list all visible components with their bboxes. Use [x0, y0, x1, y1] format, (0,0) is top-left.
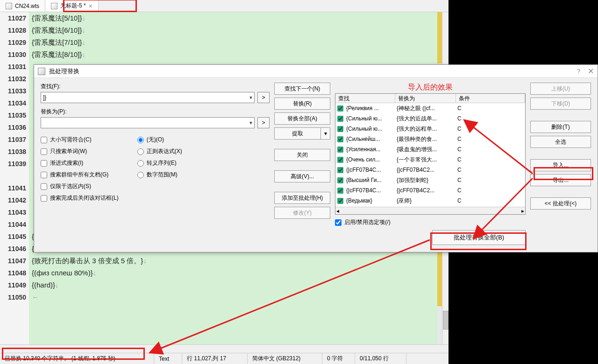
- gutter: 1102711028110291103011031110321103311034…: [0, 12, 29, 344]
- code-line[interactable]: {雷系魔法[8/10]}↓: [29, 49, 448, 61]
- code-line[interactable]: {雷系魔法[6/10]}↓: [29, 24, 448, 36]
- check-close-after[interactable]: 搜索完成后关闭该对话框(L): [41, 194, 119, 202]
- line-number: 11049: [0, 279, 29, 291]
- list-item[interactable]: {|cFF07B4C...{|cFF07B4C2...C: [335, 165, 525, 175]
- code-line[interactable]: {(физ сплеш 80%)}↓: [29, 267, 448, 279]
- add-to-batch-button[interactable]: 添加至批处理(H): [274, 192, 330, 204]
- list-item[interactable]: {Сильный ю...{强大的远程单...C: [335, 124, 525, 134]
- row-checkbox[interactable]: [337, 136, 343, 142]
- check-enable-selected[interactable]: 启用/禁用选定项(/): [335, 218, 391, 226]
- list-item[interactable]: {Сильный ю...{强大的近战单...C: [335, 113, 525, 124]
- row-checkbox[interactable]: [337, 177, 343, 183]
- tab-bar: CN24.wts 无标题-5 * ×: [0, 0, 448, 12]
- line-number: 11046: [0, 243, 29, 255]
- horizontal-scrollbar[interactable]: [0, 344, 448, 353]
- action-buttons: 查找下一个(N) 替换(R) 替换全部(A) 提取▾ 关闭 高级(V)... 添…: [274, 83, 330, 245]
- batch-replace-all-button[interactable]: 批处理替换全部(B): [432, 230, 526, 245]
- replace-all-button[interactable]: 替换全部(A): [274, 112, 330, 125]
- row-checkbox[interactable]: [337, 116, 343, 122]
- radio-regex[interactable]: 正则表达式(X): [137, 147, 182, 155]
- check-selection[interactable]: 仅限于选区内(S): [41, 182, 119, 190]
- line-number: 11028: [0, 24, 29, 36]
- batch-toggle-button[interactable]: << 批处理(<): [530, 197, 591, 210]
- list-item[interactable]: {Сильнейш...{最强种类的食...C: [335, 134, 525, 144]
- row-checkbox[interactable]: [337, 157, 343, 163]
- code-line[interactable]: {致死打击的暴击从 3 倍变成 5 倍。}↓: [29, 255, 448, 267]
- list-item[interactable]: {Усиленная...{吸血鬼的增强...C: [335, 144, 525, 154]
- check-whole-word[interactable]: 只搜索单词(W): [41, 147, 119, 155]
- row-checkbox[interactable]: [337, 105, 343, 112]
- tab-untitled[interactable]: 无标题-5 * ×: [45, 0, 99, 12]
- close-icon[interactable]: ✕: [588, 67, 594, 76]
- help-icon[interactable]: ?: [577, 68, 580, 75]
- code-line[interactable]: ←: [29, 291, 448, 303]
- code-line[interactable]: {雷系魔法[5/10]}↓: [29, 12, 448, 24]
- delete-button[interactable]: 删除(T): [530, 121, 591, 133]
- code-line[interactable]: {(hard)}↓: [29, 279, 448, 291]
- import-button[interactable]: 导入...: [530, 159, 591, 171]
- replace-input[interactable]: [41, 117, 255, 128]
- find-input[interactable]: ]}: [41, 92, 255, 103]
- radio-escape[interactable]: 转义序列(E): [137, 159, 182, 167]
- chevron-down-icon[interactable]: ▾: [321, 127, 330, 140]
- listview-hscroll[interactable]: ◂▸: [335, 207, 525, 214]
- tab-cn24[interactable]: CN24.wts: [0, 0, 45, 12]
- scrollbar-thumb[interactable]: [443, 311, 448, 329]
- list-item[interactable]: {Реликвия ...{神秘之眼 (|cf...C: [335, 103, 525, 113]
- extract-button[interactable]: 提取▾: [274, 127, 330, 140]
- list-item[interactable]: {|cFF07B4C...{|cFF07B4C2...C: [335, 185, 525, 196]
- col-replace[interactable]: 替换为: [395, 94, 456, 103]
- search-panel: 查找(F): ]} > 替换为(P): > 大小写需符合(C) 只搜索单词(W)…: [41, 83, 270, 245]
- annotation-import-effect: 导入后的效果: [335, 83, 526, 92]
- row-checkbox[interactable]: [337, 198, 343, 204]
- check-group[interactable]: 搜索群组中所有文档(G): [41, 171, 119, 179]
- col-condition[interactable]: 条件: [456, 94, 525, 103]
- row-checkbox[interactable]: [337, 126, 343, 132]
- move-up-button[interactable]: 上移(U): [530, 83, 591, 95]
- line-number: 11027: [0, 12, 29, 24]
- dialog-titlebar[interactable]: 批处理替换 ? ✕: [34, 65, 598, 78]
- move-down-button[interactable]: 下移(D): [530, 98, 591, 110]
- row-checkbox[interactable]: [337, 147, 343, 153]
- line-number: 11039: [0, 158, 29, 170]
- status-lines: 0/11,050 行: [355, 353, 406, 364]
- radio-none[interactable]: (无)(O): [137, 136, 182, 144]
- modify-button[interactable]: 修改(Y): [274, 207, 330, 219]
- line-number: 11037: [0, 133, 29, 146]
- col-find[interactable]: 查找: [335, 94, 395, 103]
- code-line[interactable]: {雷系魔法[7/10]}↓: [29, 36, 448, 49]
- check-incremental[interactable]: 渐进式搜索(I): [41, 159, 119, 167]
- export-button[interactable]: 导出...: [530, 174, 591, 186]
- select-all-button[interactable]: 全选: [530, 136, 591, 148]
- status-type: Text: [154, 353, 182, 364]
- advanced-button[interactable]: 高级(V)...: [274, 170, 330, 182]
- close-icon[interactable]: ×: [89, 2, 93, 10]
- radio-number[interactable]: 数字范围(M): [137, 171, 182, 179]
- dialog-title: 批处理替换: [49, 67, 577, 76]
- line-number: 11034: [0, 97, 29, 109]
- close-button[interactable]: 关闭: [274, 149, 330, 161]
- row-checkbox[interactable]: [337, 188, 343, 194]
- app-icon: [38, 68, 45, 75]
- line-number: 11048: [0, 267, 29, 279]
- find-label: 查找(F):: [41, 83, 270, 91]
- find-more-button[interactable]: >: [257, 92, 270, 103]
- tab-label: 无标题-5 *: [60, 2, 86, 10]
- check-case[interactable]: 大小写需符合(C): [41, 136, 119, 144]
- list-item[interactable]: {Высший Ги...{加强型刺蛇}C: [335, 175, 525, 185]
- line-number: 11042: [0, 194, 29, 206]
- line-number: 11047: [0, 255, 29, 267]
- list-item[interactable]: {Ведьмак}{巫师}C: [335, 196, 525, 206]
- line-number: 11043: [0, 206, 29, 218]
- batch-listview[interactable]: 查找 替换为 条件 {Реликвия ...{神秘之眼 (|cf...C{Си…: [335, 93, 526, 215]
- row-checkbox[interactable]: [337, 167, 343, 173]
- list-item[interactable]: {Очень сил...{一个非常强大...C: [335, 154, 525, 165]
- replace-button[interactable]: 替换(R): [274, 98, 330, 110]
- line-number: 11032: [0, 73, 29, 85]
- file-icon: [51, 3, 57, 9]
- status-bar: 已替换 10,340 个字符串。 (1 线程, 1.875 秒) Text 行 …: [0, 353, 448, 364]
- line-number: 11031: [0, 61, 29, 73]
- status-encoding: 简体中文 (GB2312): [248, 353, 322, 364]
- replace-more-button[interactable]: >: [257, 117, 270, 128]
- find-next-button[interactable]: 查找下一个(N): [274, 83, 330, 95]
